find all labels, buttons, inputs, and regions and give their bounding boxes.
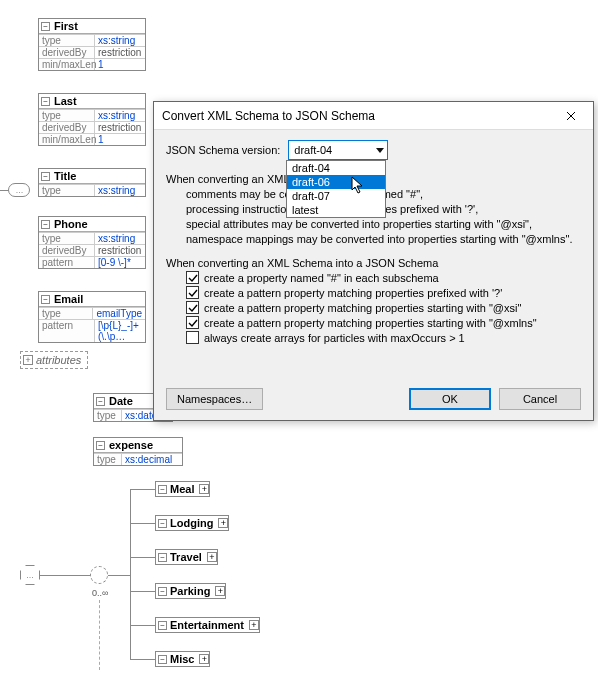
collapse-icon[interactable]: −	[158, 655, 167, 664]
element-label: Parking	[169, 584, 214, 598]
checkbox-pattern-xmlns[interactable]	[186, 316, 199, 329]
checkbox-pattern-xsi[interactable]	[186, 301, 199, 314]
sequence-connector: …	[8, 183, 30, 197]
element-label: expense	[107, 438, 157, 452]
choice-cardinality: 0..∞	[92, 588, 108, 598]
collapse-icon[interactable]: −	[158, 519, 167, 528]
element-travel[interactable]: − Travel +	[155, 549, 218, 565]
dialog-title: Convert XML Schema to JSON Schema	[162, 109, 375, 123]
dropdown-option-latest[interactable]: latest	[287, 203, 385, 217]
element-label: Last	[52, 94, 81, 108]
collapse-icon[interactable]: −	[41, 97, 50, 106]
check-icon	[188, 303, 198, 313]
check-icon	[188, 273, 198, 283]
element-title[interactable]: − Title typexs:string	[38, 168, 146, 197]
sequence-connector: …	[20, 565, 40, 585]
close-button[interactable]	[551, 103, 591, 129]
element-label: Title	[52, 169, 80, 183]
checkbox-label: create a pattern property matching prope…	[204, 287, 502, 299]
convert-schema-dialog: Convert XML Schema to JSON Schema JSON S…	[153, 101, 594, 421]
check-icon	[188, 288, 198, 298]
cancel-button[interactable]: Cancel	[499, 388, 581, 410]
element-parking[interactable]: − Parking +	[155, 583, 226, 599]
dropdown-option-draft06[interactable]: draft-06	[287, 175, 385, 189]
expand-icon[interactable]: +	[199, 484, 209, 494]
version-dropdown: draft-04 draft-06 draft-07 latest	[286, 160, 386, 218]
expand-icon[interactable]: +	[218, 518, 228, 528]
element-entertainment[interactable]: − Entertainment +	[155, 617, 260, 633]
element-label: Email	[52, 292, 87, 306]
choice-connector	[90, 566, 108, 584]
attributes-label: attributes	[36, 354, 81, 366]
collapse-icon[interactable]: −	[158, 587, 167, 596]
collapse-icon[interactable]: −	[158, 553, 167, 562]
conversion-options-heading: When converting an XML Schema into a JSO…	[166, 257, 581, 269]
check-icon	[188, 318, 198, 328]
checkbox-create-hash-property[interactable]	[186, 271, 199, 284]
expand-icon[interactable]: +	[207, 552, 217, 562]
element-misc[interactable]: − Misc +	[155, 651, 210, 667]
element-label: Phone	[52, 217, 92, 231]
attributes-group[interactable]: + attributes	[20, 351, 88, 369]
element-email[interactable]: − Email typeemailType pattern[\p{L}_-]+(…	[38, 291, 146, 343]
element-phone[interactable]: − Phone typexs:string derivedByrestricti…	[38, 216, 146, 269]
collapse-icon[interactable]: −	[41, 220, 50, 229]
collapse-icon[interactable]: −	[41, 22, 50, 31]
element-lodging[interactable]: − Lodging +	[155, 515, 229, 531]
checkbox-label: always create arrays for particles with …	[204, 332, 465, 344]
checkbox-label: create a pattern property matching prope…	[204, 317, 537, 329]
version-label: JSON Schema version:	[166, 144, 280, 156]
collapse-icon[interactable]: −	[158, 485, 167, 494]
collapse-icon[interactable]: −	[41, 172, 50, 181]
close-icon	[566, 111, 576, 121]
element-expense[interactable]: − expense typexs:decimal	[93, 437, 183, 466]
checkbox-label: create a property named "#" in each subs…	[204, 272, 439, 284]
element-label: Date	[107, 394, 137, 408]
dropdown-option-draft04[interactable]: draft-04	[287, 161, 385, 175]
collapse-icon[interactable]: −	[96, 397, 105, 406]
element-label: First	[52, 19, 82, 33]
expand-icon[interactable]: +	[199, 654, 209, 664]
ok-button[interactable]: OK	[409, 388, 491, 410]
expand-icon[interactable]: +	[215, 586, 225, 596]
checkbox-label: create a pattern property matching prope…	[204, 302, 521, 314]
collapse-icon[interactable]: −	[96, 441, 105, 450]
chevron-down-icon	[376, 148, 384, 153]
dialog-titlebar[interactable]: Convert XML Schema to JSON Schema	[154, 102, 593, 130]
checkbox-arrays-maxoccurs[interactable]	[186, 331, 199, 344]
expand-icon[interactable]: +	[249, 620, 259, 630]
version-selected-value: draft-04	[294, 144, 332, 156]
element-first[interactable]: − First typexs:string derivedByrestricti…	[38, 18, 146, 71]
expand-icon[interactable]: +	[23, 355, 33, 365]
dropdown-option-draft07[interactable]: draft-07	[287, 189, 385, 203]
element-last[interactable]: − Last typexs:string derivedByrestrictio…	[38, 93, 146, 146]
element-label: Travel	[169, 550, 206, 564]
element-label: Entertainment	[169, 618, 248, 632]
element-label: Meal	[169, 482, 198, 496]
element-meal[interactable]: − Meal +	[155, 481, 210, 497]
collapse-icon[interactable]: −	[158, 621, 167, 630]
collapse-icon[interactable]: −	[41, 295, 50, 304]
element-label: Misc	[169, 652, 198, 666]
checkbox-pattern-question[interactable]	[186, 286, 199, 299]
element-label: Lodging	[169, 516, 217, 530]
namespaces-button[interactable]: Namespaces…	[166, 388, 263, 410]
version-combobox[interactable]: draft-04	[288, 140, 388, 160]
